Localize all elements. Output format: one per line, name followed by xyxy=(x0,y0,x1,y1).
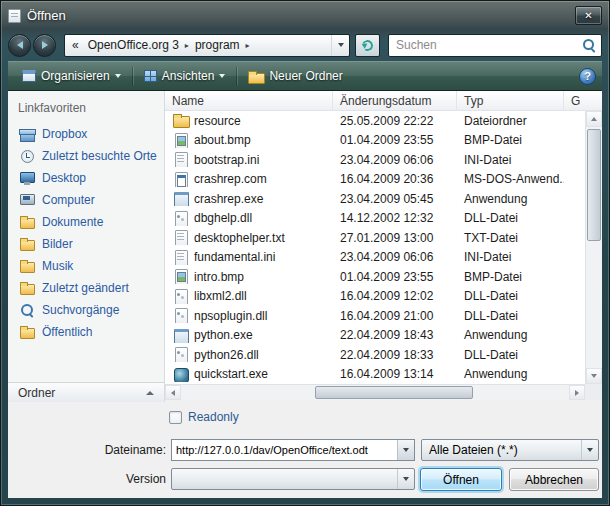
help-button[interactable]: ? xyxy=(579,68,596,85)
folders-expander-bar[interactable]: Ordner xyxy=(8,382,164,402)
column-header-name[interactable]: Name xyxy=(165,91,333,110)
search-box[interactable] xyxy=(388,34,602,57)
folders-label: Ordner xyxy=(18,386,55,400)
triangle-left-icon xyxy=(171,390,175,396)
new-folder-button[interactable]: Neuer Ordner xyxy=(240,66,350,86)
sidebar-item-recent-places[interactable]: Zuletzt besuchte Orte xyxy=(8,145,164,167)
breadcrumb-item[interactable]: program xyxy=(190,35,245,56)
sidebar-item-documents[interactable]: Dokumente xyxy=(8,211,164,233)
forward-button[interactable] xyxy=(33,34,56,57)
list-header: Name Änderungsdatum Typ G xyxy=(165,91,602,111)
version-dropdown-button[interactable] xyxy=(397,469,414,489)
chevron-up-icon xyxy=(146,391,154,395)
version-select[interactable] xyxy=(171,468,415,490)
readonly-row: Readonly xyxy=(169,410,239,424)
public-folder-icon xyxy=(19,324,36,340)
column-header-size[interactable]: G xyxy=(564,91,602,110)
search-input[interactable] xyxy=(396,38,582,52)
column-header-type[interactable]: Typ xyxy=(457,91,564,110)
file-row[interactable]: quickstart.exe16.04.2009 13:14Anwendung xyxy=(165,365,585,385)
breadcrumb-separator[interactable]: ▸ xyxy=(245,41,251,50)
file-icon xyxy=(173,113,189,128)
file-name: about.bmp xyxy=(194,133,251,147)
search-icon[interactable] xyxy=(582,38,596,52)
file-row[interactable]: dbghelp.dll14.12.2002 12:32DLL-Datei xyxy=(165,209,585,229)
breadcrumb[interactable]: « OpenOffice.org 3 ▸ program ▸ xyxy=(64,34,350,57)
chevron-down-icon xyxy=(219,74,225,78)
sidebar-item-computer[interactable]: Computer xyxy=(8,189,164,211)
sidebar-item-label: Musik xyxy=(42,259,73,273)
horizontal-scrollbar[interactable] xyxy=(165,384,585,400)
sidebar-item-public[interactable]: Öffentlich xyxy=(8,321,164,343)
file-date: 14.12.2002 12:32 xyxy=(333,211,457,225)
title-bar[interactable]: Öffnen ✕ xyxy=(2,2,608,29)
toolbar-separator xyxy=(132,67,133,85)
computer-icon xyxy=(19,192,36,208)
scroll-right-button[interactable] xyxy=(569,385,585,400)
filename-dropdown-button[interactable] xyxy=(397,440,414,460)
sidebar-item-recent-changes[interactable]: Zuletzt geändert xyxy=(8,277,164,299)
file-type: DLL-Datei xyxy=(457,348,564,362)
filename-combo xyxy=(171,439,415,461)
sidebar-item-label: Zuletzt geändert xyxy=(42,281,129,295)
file-row[interactable]: libxml2.dll16.04.2009 12:02DLL-Datei xyxy=(165,287,585,307)
close-button[interactable]: ✕ xyxy=(575,6,602,25)
organize-button[interactable]: Organisieren xyxy=(14,66,129,86)
new-folder-icon xyxy=(248,70,264,83)
refresh-button[interactable] xyxy=(355,34,380,57)
file-row[interactable]: crashrep.com16.04.2009 20:36MS-DOS-Anwen… xyxy=(165,170,585,190)
file-row[interactable]: crashrep.exe23.04.2009 05:45Anwendung xyxy=(165,189,585,209)
dialog-client-area: Linkfavoriten Dropbox Zuletzt besuchte O… xyxy=(8,91,602,498)
readonly-checkbox[interactable] xyxy=(169,411,182,424)
file-row[interactable]: bootstrap.ini23.04.2009 06:06INI-Datei xyxy=(165,150,585,170)
file-date: 16.04.2009 12:02 xyxy=(333,289,457,303)
back-arrow-icon xyxy=(17,41,23,49)
scroll-up-button[interactable] xyxy=(586,111,602,127)
open-dialog-window: Öffnen ✕ « OpenOffice.org 3 ▸ program ▸ … xyxy=(0,0,610,506)
file-name: quickstart.exe xyxy=(194,367,268,381)
filetype-dropdown-button[interactable] xyxy=(581,440,598,460)
file-row[interactable]: npsoplugin.dll16.04.2009 21:00DLL-Datei xyxy=(165,306,585,326)
file-list: Name Änderungsdatum Typ G resource25.05.… xyxy=(165,91,602,400)
scroll-left-button[interactable] xyxy=(165,385,181,400)
sidebar-item-music[interactable]: Musik xyxy=(8,255,164,277)
searches-icon xyxy=(19,302,36,318)
file-date: 16.04.2009 21:00 xyxy=(333,309,457,323)
vertical-scrollbar[interactable] xyxy=(585,111,602,384)
breadcrumb-overflow-button[interactable]: « xyxy=(65,38,83,52)
file-name: bootstrap.ini xyxy=(194,153,259,167)
sidebar-item-pictures[interactable]: Bilder xyxy=(8,233,164,255)
pictures-folder-icon xyxy=(19,236,36,252)
scroll-down-button[interactable] xyxy=(586,368,602,384)
open-button[interactable]: Öffnen xyxy=(420,468,502,491)
file-icon xyxy=(173,230,189,245)
filetype-value: Alle Dateien (*.*) xyxy=(429,443,518,457)
file-row[interactable]: about.bmp01.04.2009 23:55BMP-Datei xyxy=(165,131,585,151)
horizontal-scroll-thumb[interactable] xyxy=(315,386,473,399)
file-icon xyxy=(173,152,189,167)
views-button[interactable]: Ansichten xyxy=(136,66,234,86)
cancel-button[interactable]: Abbrechen xyxy=(509,468,599,491)
file-type: DLL-Datei xyxy=(457,289,564,303)
back-button[interactable] xyxy=(8,34,31,57)
file-row[interactable]: resource25.05.2009 22:22Dateiordner xyxy=(165,111,585,131)
file-row[interactable]: python26.dll22.04.2009 18:33DLL-Datei xyxy=(165,345,585,365)
triangle-down-icon xyxy=(591,374,597,378)
views-label: Ansichten xyxy=(162,69,215,83)
file-row[interactable]: fundamental.ini23.04.2009 06:06INI-Datei xyxy=(165,248,585,268)
file-row[interactable]: python.exe22.04.2009 18:43Anwendung xyxy=(165,326,585,346)
navigation-bar: « OpenOffice.org 3 ▸ program ▸ xyxy=(8,29,602,61)
breadcrumb-item[interactable]: OpenOffice.org 3 xyxy=(83,35,184,56)
sidebar-item-desktop[interactable]: Desktop xyxy=(8,167,164,189)
sidebar-item-searches[interactable]: Suchvorgänge xyxy=(8,299,164,321)
readonly-label[interactable]: Readonly xyxy=(188,410,239,424)
file-row[interactable]: desktophelper.txt27.01.2009 13:00TXT-Dat… xyxy=(165,228,585,248)
filename-input[interactable] xyxy=(172,444,397,456)
address-dropdown-button[interactable] xyxy=(331,35,349,56)
sidebar-item-dropbox[interactable]: Dropbox xyxy=(8,123,164,145)
file-row[interactable]: intro.bmp01.04.2009 23:55BMP-Datei xyxy=(165,267,585,287)
vertical-scroll-thumb[interactable] xyxy=(587,129,601,241)
file-date: 27.01.2009 13:00 xyxy=(333,231,457,245)
filetype-select[interactable]: Alle Dateien (*.*) xyxy=(421,439,599,461)
column-header-date[interactable]: Änderungsdatum xyxy=(333,91,457,110)
